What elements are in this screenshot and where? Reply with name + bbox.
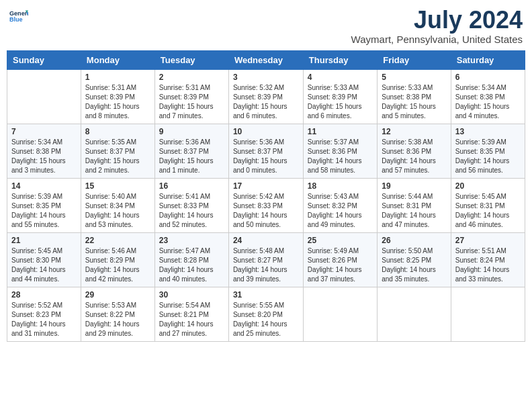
day-info: Sunrise: 5:39 AMSunset: 8:35 PMDaylight:…	[455, 138, 521, 175]
day-number: 2	[159, 73, 224, 82]
day-number: 23	[159, 236, 224, 245]
day-info: Sunrise: 5:33 AMSunset: 8:39 PMDaylight:…	[308, 83, 373, 121]
calendar-cell: 4Sunrise: 5:33 AMSunset: 8:39 PMDaylight…	[303, 69, 377, 124]
day-number: 24	[233, 236, 299, 245]
day-header-friday: Friday	[378, 50, 451, 69]
calendar-cell: 22Sunrise: 5:46 AMSunset: 8:29 PMDayligh…	[81, 232, 154, 287]
calendar-cell: 12Sunrise: 5:38 AMSunset: 8:36 PMDayligh…	[378, 124, 451, 178]
day-info: Sunrise: 5:33 AMSunset: 8:38 PMDaylight:…	[382, 83, 447, 121]
day-info: Sunrise: 5:31 AMSunset: 8:39 PMDaylight:…	[159, 83, 224, 121]
day-header-sunday: Sunday	[7, 50, 81, 69]
day-number: 22	[85, 236, 150, 245]
calendar-cell: 26Sunrise: 5:50 AMSunset: 8:25 PMDayligh…	[378, 232, 451, 287]
day-number: 25	[308, 236, 373, 245]
calendar-cell: 15Sunrise: 5:40 AMSunset: 8:34 PMDayligh…	[81, 178, 154, 232]
day-number: 29	[85, 290, 150, 300]
week-row-4: 21Sunrise: 5:45 AMSunset: 8:30 PMDayligh…	[7, 232, 525, 287]
day-number: 9	[159, 127, 224, 136]
day-number: 3	[233, 73, 299, 82]
calendar-cell: 6Sunrise: 5:34 AMSunset: 8:38 PMDaylight…	[451, 69, 525, 124]
calendar-cell: 1Sunrise: 5:31 AMSunset: 8:39 PMDaylight…	[81, 69, 154, 124]
calendar-cell	[451, 287, 525, 341]
day-number: 28	[11, 290, 77, 300]
day-info: Sunrise: 5:39 AMSunset: 8:35 PMDaylight:…	[11, 192, 77, 230]
day-number: 10	[233, 127, 299, 136]
day-number: 17	[233, 181, 299, 191]
calendar-cell: 30Sunrise: 5:54 AMSunset: 8:21 PMDayligh…	[154, 287, 228, 341]
day-info: Sunrise: 5:47 AMSunset: 8:28 PMDaylight:…	[159, 246, 224, 284]
day-info: Sunrise: 5:53 AMSunset: 8:22 PMDaylight:…	[85, 301, 150, 338]
day-info: Sunrise: 5:52 AMSunset: 8:23 PMDaylight:…	[11, 301, 77, 338]
calendar-cell: 3Sunrise: 5:32 AMSunset: 8:39 PMDaylight…	[228, 69, 303, 124]
day-info: Sunrise: 5:42 AMSunset: 8:33 PMDaylight:…	[233, 192, 299, 230]
day-number: 1	[85, 73, 150, 82]
day-info: Sunrise: 5:45 AMSunset: 8:31 PMDaylight:…	[455, 192, 521, 230]
calendar-cell: 8Sunrise: 5:35 AMSunset: 8:37 PMDaylight…	[81, 124, 154, 178]
day-info: Sunrise: 5:55 AMSunset: 8:20 PMDaylight:…	[233, 301, 299, 338]
day-info: Sunrise: 5:40 AMSunset: 8:34 PMDaylight:…	[85, 192, 150, 230]
day-info: Sunrise: 5:44 AMSunset: 8:31 PMDaylight:…	[382, 192, 447, 230]
svg-text:General: General	[9, 10, 28, 17]
day-info: Sunrise: 5:45 AMSunset: 8:30 PMDaylight:…	[11, 246, 77, 284]
day-info: Sunrise: 5:54 AMSunset: 8:21 PMDaylight:…	[159, 301, 224, 338]
calendar-cell: 27Sunrise: 5:51 AMSunset: 8:24 PMDayligh…	[451, 232, 525, 287]
calendar-cell: 13Sunrise: 5:39 AMSunset: 8:35 PMDayligh…	[451, 124, 525, 178]
calendar-table: SundayMondayTuesdayWednesdayThursdayFrid…	[7, 50, 525, 342]
day-number: 13	[455, 127, 521, 136]
week-row-1: 1Sunrise: 5:31 AMSunset: 8:39 PMDaylight…	[7, 69, 525, 124]
day-number: 6	[455, 73, 521, 82]
subtitle: Waymart, Pennsylvania, United States	[351, 34, 523, 45]
calendar-cell: 5Sunrise: 5:33 AMSunset: 8:38 PMDaylight…	[378, 69, 451, 124]
calendar-cell: 11Sunrise: 5:37 AMSunset: 8:36 PMDayligh…	[303, 124, 377, 178]
day-number: 31	[233, 290, 299, 300]
calendar-cell: 9Sunrise: 5:36 AMSunset: 8:37 PMDaylight…	[154, 124, 228, 178]
calendar-cell: 7Sunrise: 5:34 AMSunset: 8:38 PMDaylight…	[7, 124, 81, 178]
logo-icon: General Blue	[9, 7, 28, 26]
calendar-cell: 17Sunrise: 5:42 AMSunset: 8:33 PMDayligh…	[228, 178, 303, 232]
header-row: SundayMondayTuesdayWednesdayThursdayFrid…	[7, 50, 525, 69]
calendar-cell: 21Sunrise: 5:45 AMSunset: 8:30 PMDayligh…	[7, 232, 81, 287]
day-number: 27	[455, 236, 521, 245]
day-number: 7	[11, 127, 77, 136]
calendar-cell: 2Sunrise: 5:31 AMSunset: 8:39 PMDaylight…	[154, 69, 228, 124]
day-number: 14	[11, 181, 77, 191]
logo: General Blue	[9, 7, 28, 26]
day-header-thursday: Thursday	[303, 50, 377, 69]
day-info: Sunrise: 5:34 AMSunset: 8:38 PMDaylight:…	[11, 138, 77, 175]
week-row-3: 14Sunrise: 5:39 AMSunset: 8:35 PMDayligh…	[7, 178, 525, 232]
week-row-2: 7Sunrise: 5:34 AMSunset: 8:38 PMDaylight…	[7, 124, 525, 178]
day-info: Sunrise: 5:38 AMSunset: 8:36 PMDaylight:…	[382, 138, 447, 175]
calendar-cell: 20Sunrise: 5:45 AMSunset: 8:31 PMDayligh…	[451, 178, 525, 232]
calendar-body: 1Sunrise: 5:31 AMSunset: 8:39 PMDaylight…	[7, 69, 525, 341]
day-header-monday: Monday	[81, 50, 154, 69]
day-info: Sunrise: 5:48 AMSunset: 8:27 PMDaylight:…	[233, 246, 299, 284]
logo-image: General Blue	[9, 7, 28, 26]
day-info: Sunrise: 5:32 AMSunset: 8:39 PMDaylight:…	[233, 83, 299, 121]
main-title: July 2024	[351, 7, 523, 34]
day-number: 30	[159, 290, 224, 300]
day-header-wednesday: Wednesday	[228, 50, 303, 69]
day-number: 4	[308, 73, 373, 82]
day-info: Sunrise: 5:50 AMSunset: 8:25 PMDaylight:…	[382, 246, 447, 284]
week-row-5: 28Sunrise: 5:52 AMSunset: 8:23 PMDayligh…	[7, 287, 525, 341]
day-number: 11	[308, 127, 373, 136]
calendar-cell	[7, 69, 81, 124]
calendar-cell: 16Sunrise: 5:41 AMSunset: 8:33 PMDayligh…	[154, 178, 228, 232]
day-info: Sunrise: 5:43 AMSunset: 8:32 PMDaylight:…	[308, 192, 373, 230]
day-info: Sunrise: 5:41 AMSunset: 8:33 PMDaylight:…	[159, 192, 224, 230]
calendar-header: SundayMondayTuesdayWednesdayThursdayFrid…	[7, 50, 525, 69]
day-info: Sunrise: 5:31 AMSunset: 8:39 PMDaylight:…	[85, 83, 150, 121]
day-number: 20	[455, 181, 521, 191]
calendar-cell: 14Sunrise: 5:39 AMSunset: 8:35 PMDayligh…	[7, 178, 81, 232]
day-number: 18	[308, 181, 373, 191]
day-number: 19	[382, 181, 447, 191]
day-number: 16	[159, 181, 224, 191]
day-number: 15	[85, 181, 150, 191]
calendar-cell: 28Sunrise: 5:52 AMSunset: 8:23 PMDayligh…	[7, 287, 81, 341]
day-info: Sunrise: 5:36 AMSunset: 8:37 PMDaylight:…	[233, 138, 299, 175]
day-info: Sunrise: 5:49 AMSunset: 8:26 PMDaylight:…	[308, 246, 373, 284]
day-header-tuesday: Tuesday	[154, 50, 228, 69]
page-header: General Blue July 2024 Waymart, Pennsylv…	[7, 7, 525, 45]
calendar-cell: 31Sunrise: 5:55 AMSunset: 8:20 PMDayligh…	[228, 287, 303, 341]
calendar-cell	[303, 287, 377, 341]
